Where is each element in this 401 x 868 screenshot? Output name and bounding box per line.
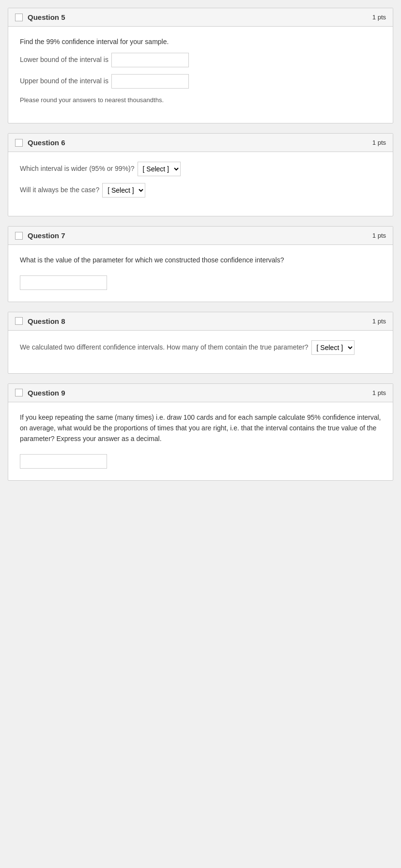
question-9-title: Question 9 <box>28 389 65 397</box>
question-5-checkbox[interactable] <box>15 14 23 21</box>
upper-bound-input[interactable] <box>111 74 189 89</box>
question-9-header: Question 9 1 pts <box>8 384 393 402</box>
question-6-title: Question 6 <box>28 138 65 147</box>
question-5-header-left: Question 5 <box>15 13 65 21</box>
question-8-body: We calculated two different confidence i… <box>8 331 393 373</box>
question-8-title: Question 8 <box>28 317 65 325</box>
lower-bound-input[interactable] <box>111 53 189 67</box>
contain-true-select[interactable]: [ Select ] 0 1 2 <box>311 340 355 355</box>
question-5-header: Question 5 1 pts <box>8 8 393 27</box>
question-7-checkbox[interactable] <box>15 232 23 240</box>
question-8-checkbox[interactable] <box>15 317 23 325</box>
question-6-body: Which interval is wider (95% or 99%)? [ … <box>8 152 393 216</box>
question-9-pts: 1 pts <box>372 389 386 396</box>
upper-bound-row: Upper bound of the interval is <box>20 74 381 89</box>
contain-true-row: We calculated two different confidence i… <box>20 340 381 355</box>
question-7-text: What is the value of the parameter for w… <box>20 255 381 265</box>
upper-bound-label: Upper bound of the interval is <box>20 76 108 87</box>
question-8-header-left: Question 8 <box>15 317 65 325</box>
question-7-title: Question 7 <box>28 231 65 240</box>
question-5-text: Find the 99% confidence interval for you… <box>20 36 381 47</box>
question-9-text: If you keep repeating the same (many tim… <box>20 412 381 444</box>
lower-bound-row: Lower bound of the interval is <box>20 53 381 67</box>
question-6-block: Question 6 1 pts Which interval is wider… <box>8 133 393 216</box>
question-8-pts: 1 pts <box>372 318 386 325</box>
question-5-title: Question 5 <box>28 13 65 21</box>
question-9-header-left: Question 9 <box>15 389 65 397</box>
question-8-header: Question 8 1 pts <box>8 312 393 331</box>
question-7-pts: 1 pts <box>372 232 386 239</box>
question-9-checkbox[interactable] <box>15 389 23 396</box>
question-7-header-left: Question 7 <box>15 231 65 240</box>
always-case-row: Will it always be the case? [ Select ] Y… <box>20 183 381 198</box>
always-case-select[interactable]: [ Select ] Yes No <box>102 183 145 198</box>
question-5-note: Please round your answers to nearest tho… <box>20 95 381 106</box>
question-6-pts: 1 pts <box>372 139 386 146</box>
question-5-pts: 1 pts <box>372 14 386 21</box>
question-5-block: Question 5 1 pts Find the 99% confidence… <box>8 8 393 123</box>
lower-bound-label: Lower bound of the interval is <box>20 54 108 66</box>
contain-true-label: We calculated two different confidence i… <box>20 342 308 353</box>
question-8-block: Question 8 1 pts We calculated two diffe… <box>8 312 393 374</box>
question-6-header: Question 6 1 pts <box>8 134 393 152</box>
wider-interval-row: Which interval is wider (95% or 99%)? [ … <box>20 162 381 176</box>
question-9-block: Question 9 1 pts If you keep repeating t… <box>8 383 393 481</box>
question-9-input-block <box>20 454 381 469</box>
wider-interval-label: Which interval is wider (95% or 99%)? <box>20 163 135 175</box>
question-7-header: Question 7 1 pts <box>8 227 393 245</box>
question-7-input-block <box>20 275 381 290</box>
question-7-body: What is the value of the parameter for w… <box>8 245 393 301</box>
parameter-value-input[interactable] <box>20 275 107 290</box>
proportion-times-input[interactable] <box>20 454 107 469</box>
question-6-checkbox[interactable] <box>15 139 23 147</box>
always-case-label: Will it always be the case? <box>20 184 99 196</box>
question-9-body: If you keep repeating the same (many tim… <box>8 402 393 480</box>
question-7-block: Question 7 1 pts What is the value of th… <box>8 226 393 302</box>
question-6-header-left: Question 6 <box>15 138 65 147</box>
wider-interval-select[interactable]: [ Select ] 95% 99% <box>138 162 181 176</box>
question-5-body: Find the 99% confidence interval for you… <box>8 27 393 123</box>
